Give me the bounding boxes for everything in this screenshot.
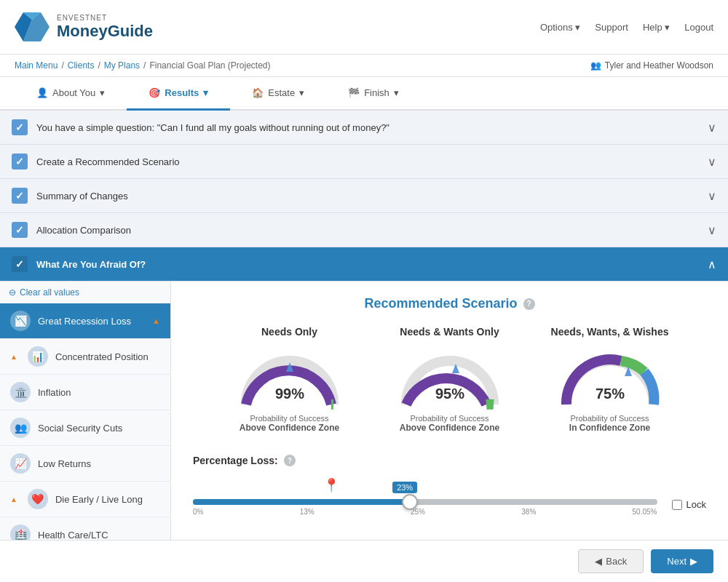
bottom-bar: ◀ Back Next ▶ <box>0 540 728 582</box>
svg-text:75%: 75% <box>595 386 624 402</box>
tab-estate[interactable]: 🏠 Estate ▾ <box>230 77 326 111</box>
slider-pin: 📍 <box>323 477 339 493</box>
breadcrumb: Main Menu / Clients / My Plans / Financi… <box>15 60 271 71</box>
scenario-title: Recommended Scenario ? <box>193 296 706 311</box>
gauge-svg-2: 75% <box>555 346 665 412</box>
scenario-card-0: Needs Only 99% Probabil <box>217 326 363 433</box>
warning-icon-0: ▲ <box>152 316 160 325</box>
chevron-up-icon: ∧ <box>708 258 716 271</box>
checkbox-4: ✓ <box>12 256 28 272</box>
sidebar-icon-3: 👥 <box>10 418 31 438</box>
checkbox-1: ✓ <box>12 154 28 170</box>
accordion-section: ✓ You have a simple question: "Can I fun… <box>0 111 728 282</box>
tab-results[interactable]: 🎯 Results ▾ <box>127 77 230 111</box>
nav-links: Options ▾ Support Help ▾ Logout <box>540 22 713 33</box>
breadcrumb-main-menu[interactable]: Main Menu <box>15 60 58 71</box>
percentage-loss-section: Percentage Loss: ? 📍 23% <box>193 455 706 516</box>
gauge-2: 75% <box>555 346 665 408</box>
chevron-down-icon: ∨ <box>708 121 716 135</box>
checkbox-0: ✓ <box>12 119 28 135</box>
flag-icon: 🏁 <box>348 87 360 98</box>
user-info: 👥 Tyler and Heather Woodson <box>590 60 713 71</box>
warning-icon-5: ▲ <box>10 495 17 503</box>
nav-help[interactable]: Help ▾ <box>643 22 670 33</box>
slider-area: 📍 23% 0% 13% 25% 38% <box>193 477 657 516</box>
scenario-grid: Needs Only 99% Probabil <box>193 326 706 433</box>
accordion-item-2[interactable]: ✓ Summary of Changes ∨ <box>0 179 728 213</box>
main-content: ⊖ Clear all values 📉 Great Recession Los… <box>0 282 728 559</box>
gauge-svg-1: 95% <box>395 346 505 412</box>
slider-labels: 0% 13% 25% 38% 50.05% <box>193 508 657 516</box>
sidebar-icon-1: 📊 <box>28 346 48 367</box>
sidebar-icon-2: 🏛️ <box>10 382 31 402</box>
results-icon: 🎯 <box>149 87 160 98</box>
accordion-item-4[interactable]: ✓ What Are You Afraid Of? ∧ <box>0 247 728 282</box>
slider-tooltip: 23% <box>392 482 417 493</box>
svg-text:95%: 95% <box>435 386 464 402</box>
lock-label: Lock <box>687 499 706 510</box>
gauge-0: 99% <box>235 346 344 408</box>
right-panel: Recommended Scenario ? Needs Only <box>171 282 728 559</box>
breadcrumb-my-plans[interactable]: My Plans <box>104 60 140 71</box>
logo-moneyguide: MoneyGuide <box>57 22 153 41</box>
nav-support[interactable]: Support <box>595 22 628 33</box>
lock-section: Lock <box>672 499 706 510</box>
accordion-item-3[interactable]: ✓ Allocation Comparison ∨ <box>0 213 728 247</box>
clear-all-values[interactable]: ⊖ Clear all values <box>0 282 170 303</box>
slider-track <box>193 499 657 505</box>
next-arrow-icon: ▶ <box>690 556 697 567</box>
logo-icon <box>15 12 50 41</box>
tab-about-you[interactable]: 👤 About You ▾ <box>15 77 127 111</box>
chevron-down-icon: ∨ <box>708 155 716 169</box>
svg-text:99%: 99% <box>274 386 304 402</box>
chevron-down-icon: ∨ <box>708 223 716 237</box>
breadcrumb-clients[interactable]: Clients <box>68 60 95 71</box>
accordion-item-0[interactable]: ✓ You have a simple question: "Can I fun… <box>0 111 728 145</box>
info-icon[interactable]: ? <box>523 298 535 310</box>
logo-envestnet: ENVESTNET <box>57 14 153 22</box>
scenario-card-1: Needs & Wants Only 95% Probability of Su… <box>377 326 523 433</box>
back-arrow-icon: ◀ <box>595 556 602 567</box>
header: ENVESTNET MoneyGuide Options ▾ Support H… <box>0 0 728 55</box>
next-button[interactable]: Next ▶ <box>651 549 713 573</box>
sidebar: ⊖ Clear all values 📉 Great Recession Los… <box>0 282 171 559</box>
sidebar-item-great-recession[interactable]: 📉 Great Recession Loss ▲ <box>0 303 170 339</box>
tab-nav: 👤 About You ▾ 🎯 Results ▾ 🏠 Estate ▾ 🏁 F… <box>0 77 728 111</box>
nav-logout[interactable]: Logout <box>684 22 713 33</box>
accordion-item-1[interactable]: ✓ Create a Recommended Scenario ∨ <box>0 145 728 179</box>
logo: ENVESTNET MoneyGuide <box>15 12 153 41</box>
slider-thumb[interactable] <box>402 494 418 510</box>
warning-icon-1: ▲ <box>10 353 17 361</box>
circle-minus-icon: ⊖ <box>9 287 16 298</box>
person-icon: 👤 <box>36 87 48 98</box>
sidebar-item-die-early[interactable]: ▲ ❤️ Die Early / Live Long <box>0 482 170 517</box>
lock-checkbox[interactable] <box>672 500 682 510</box>
checkbox-3: ✓ <box>12 222 28 238</box>
sidebar-icon-0: 📉 <box>10 311 31 331</box>
sidebar-icon-4: 📈 <box>10 453 31 474</box>
scenario-card-2: Needs, Wants, & Wishes 75% <box>537 326 683 433</box>
breadcrumb-bar: Main Menu / Clients / My Plans / Financi… <box>0 55 728 77</box>
user-name: Tyler and Heather Woodson <box>605 60 713 71</box>
percentage-loss-info-icon[interactable]: ? <box>284 455 296 466</box>
sidebar-icon-5: ❤️ <box>28 489 48 509</box>
checkbox-2: ✓ <box>12 188 28 204</box>
sidebar-item-social-security[interactable]: 👥 Social Security Cuts <box>0 410 170 446</box>
sidebar-item-concentrated[interactable]: ▲ 📊 Concentrated Position <box>0 339 170 375</box>
slider-fill <box>193 499 406 505</box>
sidebar-item-low-returns[interactable]: 📈 Low Returns <box>0 446 170 482</box>
home-icon: 🏠 <box>252 87 264 98</box>
back-button[interactable]: ◀ Back <box>578 549 644 573</box>
gauge-1: 95% <box>395 346 505 408</box>
sidebar-item-inflation[interactable]: 🏛️ Inflation <box>0 375 170 410</box>
nav-options[interactable]: Options ▾ <box>540 22 580 33</box>
gauge-svg-0: 99% <box>235 346 344 412</box>
tab-finish[interactable]: 🏁 Finish ▾ <box>326 77 421 111</box>
breadcrumb-current: Financial Goal Plan (Projected) <box>149 60 270 71</box>
percentage-loss-header: Percentage Loss: ? <box>193 455 706 466</box>
chevron-down-icon: ∨ <box>708 189 716 203</box>
